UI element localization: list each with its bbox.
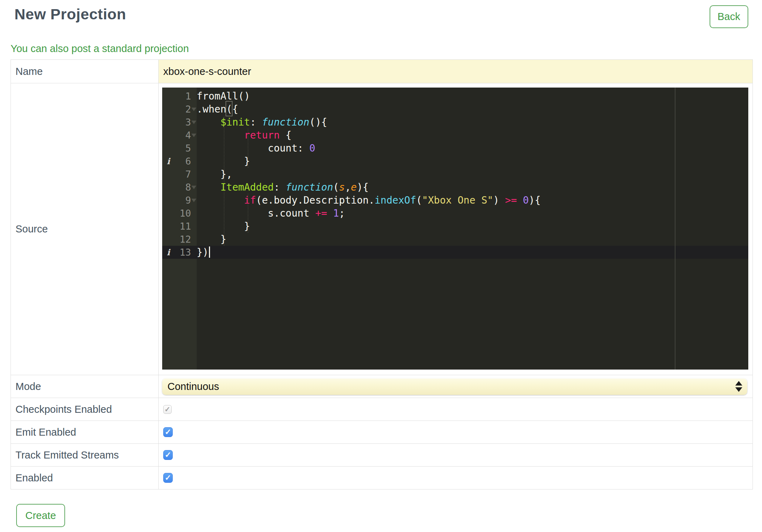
source-label: Source: [11, 83, 159, 375]
enabled-label: Enabled: [11, 467, 159, 489]
code-line[interactable]: 5 count: 0: [162, 142, 748, 155]
code-line[interactable]: 9 if(e.body.Description.indexOf("Xbox On…: [162, 194, 748, 207]
checkpoints-row: Checkpoints Enabled ✓: [11, 398, 753, 421]
line-number: i13: [162, 246, 197, 259]
code-editor[interactable]: 1fromAll()2.when({3 $init: function(){4 …: [162, 88, 748, 370]
code-text: s.count += 1;: [197, 207, 748, 220]
create-button[interactable]: Create: [16, 504, 65, 527]
select-stepper-icon: [735, 381, 742, 392]
code-text: count: 0: [197, 142, 748, 155]
name-input[interactable]: [159, 60, 753, 83]
source-row: Source 1fromAll()2.when({3 $init: functi…: [11, 83, 753, 375]
line-number: 4: [162, 129, 197, 142]
line-number: 10: [162, 207, 197, 220]
code-text: if(e.body.Description.indexOf("Xbox One …: [197, 194, 748, 207]
fold-toggle-icon[interactable]: [191, 121, 196, 124]
track-label: Track Emitted Streams: [11, 444, 159, 466]
page-title: New Projection: [14, 6, 126, 23]
checkpoints-label: Checkpoints Enabled: [11, 398, 159, 421]
code-line[interactable]: 7 },: [162, 168, 748, 181]
line-number: 12: [162, 233, 197, 246]
checkpoints-value-cell: ✓: [159, 398, 753, 421]
track-row: Track Emitted Streams ✓: [11, 443, 753, 466]
code-text: },: [197, 168, 748, 181]
back-button[interactable]: Back: [710, 5, 748, 28]
line-number: 8: [162, 181, 197, 194]
code-text: $init: function(){: [197, 116, 748, 129]
emit-row: Emit Enabled ✓: [11, 421, 753, 443]
code-line[interactable]: 4 return {: [162, 129, 748, 142]
enabled-row: Enabled ✓: [11, 466, 753, 489]
code-line[interactable]: 10 s.count += 1;: [162, 207, 748, 220]
code-line[interactable]: i6 }: [162, 155, 748, 168]
mode-select[interactable]: Continuous: [162, 378, 747, 395]
page-header: New Projection Back: [0, 0, 762, 35]
code-text: ItemAdded: function(s,e){: [197, 181, 748, 194]
source-value-cell: 1fromAll()2.when({3 $init: function(){4 …: [159, 83, 753, 375]
code-text: return {: [197, 129, 748, 142]
fold-toggle-icon[interactable]: [191, 199, 196, 202]
line-number: 2: [162, 103, 197, 116]
print-margin-line: [675, 88, 675, 370]
mode-value-cell: Continuous: [159, 375, 753, 398]
code-line[interactable]: 2.when({: [162, 103, 748, 116]
emit-checkbox[interactable]: ✓: [163, 427, 173, 437]
fold-toggle-icon[interactable]: [191, 108, 196, 111]
name-label: Name: [11, 60, 159, 83]
emit-value-cell: ✓: [159, 421, 753, 443]
mode-label: Mode: [11, 375, 159, 398]
code-text: }): [197, 246, 748, 259]
code-line[interactable]: 11 }: [162, 220, 748, 233]
info-annotation-icon: i: [167, 246, 170, 259]
code-line[interactable]: 3 $init: function(){: [162, 116, 748, 129]
name-row: Name: [11, 60, 753, 83]
code-line[interactable]: 12 }: [162, 233, 748, 246]
code-text: fromAll(): [197, 90, 748, 103]
code-text: }: [197, 155, 748, 168]
line-number: 9: [162, 194, 197, 207]
code-line[interactable]: 1fromAll(): [162, 90, 748, 103]
line-number: 11: [162, 220, 197, 233]
code-lines: 1fromAll()2.when({3 $init: function(){4 …: [162, 88, 748, 259]
track-checkbox[interactable]: ✓: [163, 450, 173, 460]
text-cursor: [209, 246, 210, 258]
enabled-value-cell: ✓: [159, 467, 753, 489]
emit-label: Emit Enabled: [11, 421, 159, 443]
mode-selected-value: Continuous: [162, 381, 219, 392]
line-number: 1: [162, 90, 197, 103]
code-line[interactable]: 8 ItemAdded: function(s,e){: [162, 181, 748, 194]
standard-projection-link[interactable]: You can also post a standard projection: [11, 43, 189, 55]
code-line[interactable]: i13}): [162, 246, 748, 259]
projection-form-table: Name Source 1fromAll()2.when({3 $init: f…: [11, 59, 753, 489]
checkpoints-checkbox: ✓: [163, 405, 172, 414]
fold-toggle-icon[interactable]: [191, 186, 196, 189]
mode-row: Mode Continuous: [11, 375, 753, 398]
code-text: }: [197, 220, 748, 233]
name-value-cell: [159, 60, 753, 83]
code-text: .when({: [197, 103, 748, 116]
line-number: 3: [162, 116, 197, 129]
code-text: }: [197, 233, 748, 246]
fold-toggle-icon[interactable]: [191, 134, 196, 137]
enabled-checkbox[interactable]: ✓: [163, 473, 173, 483]
track-value-cell: ✓: [159, 444, 753, 466]
line-number: i6: [162, 155, 197, 168]
line-number: 7: [162, 168, 197, 181]
info-annotation-icon: i: [167, 155, 170, 168]
line-number: 5: [162, 142, 197, 155]
